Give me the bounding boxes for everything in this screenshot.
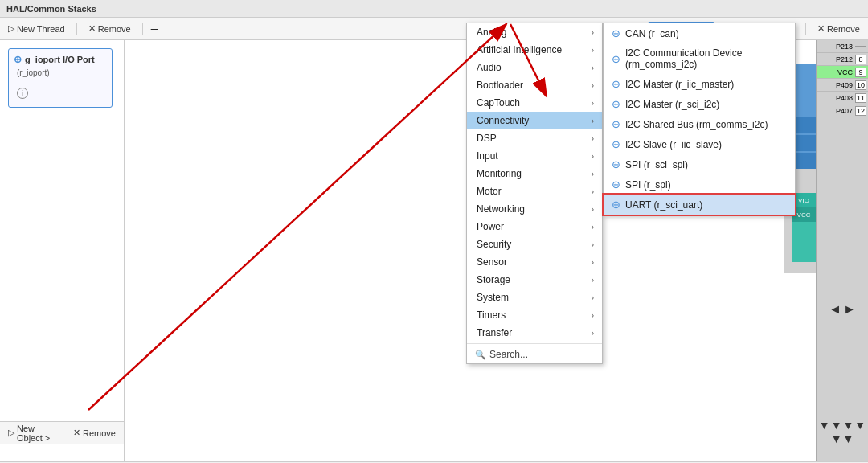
menu-item-security[interactable]: Security ›: [467, 236, 602, 253]
menu-item-sensor[interactable]: Sensor ›: [467, 253, 602, 271]
remove-obj-icon: ✕: [73, 428, 80, 438]
menu-item-captouch[interactable]: CapTouch ›: [467, 94, 602, 112]
arrow-icon: ›: [592, 187, 594, 196]
stack-card-header: ⊕ g_ioport I/O Port: [14, 54, 107, 65]
submenu-item-i2c-slave[interactable]: ⊕ I2C Slave (r_iic_slave): [604, 134, 795, 154]
pin-row-p212: P212 8: [817, 53, 868, 66]
pin-row-p407: P407 12: [817, 104, 868, 117]
separator-4: [805, 23, 806, 35]
menu-item-audio[interactable]: Audio ›: [467, 59, 602, 76]
submenu-item-can[interactable]: ⊕ CAN (r_can): [604, 23, 795, 43]
menu-item-monitoring[interactable]: Monitoring ›: [467, 165, 602, 182]
pin-num-p408: 11: [855, 93, 866, 103]
pin-num-p212: 8: [855, 55, 866, 64]
conn-icon-spi-sci: ⊕: [612, 158, 620, 170]
left-panel: ⊕ g_ioport I/O Port (r_ioport) i: [0, 40, 125, 461]
menu-item-bootloader[interactable]: Bootloader ›: [467, 76, 602, 94]
arrow-icon: ›: [592, 46, 594, 55]
right-arrow-icon[interactable]: ►: [843, 302, 856, 317]
pin-num-p407: 12: [855, 106, 866, 116]
remove-object-button[interactable]: ✕ Remove: [70, 426, 119, 440]
menu-item-connectivity[interactable]: Connectivity ›: [467, 112, 602, 129]
menu-item-ai[interactable]: Artificial Intelligence ›: [467, 41, 602, 59]
conn-icon-i2c-master-sci: ⊕: [612, 98, 620, 110]
new-thread-button[interactable]: ▷ New Thread: [5, 22, 68, 35]
object-toolbar: ▷ New Object > ✕ Remove: [0, 421, 125, 444]
menu-item-analog[interactable]: Analog ›: [467, 23, 602, 41]
pin-row-p409: P409 10: [817, 79, 868, 92]
arrow-icon: ›: [592, 152, 594, 161]
title-text: HAL/Common Stacks: [6, 4, 96, 14]
submenu-item-i2c-comms[interactable]: ⊕ I2C Communication Device (rm_comms_i2c…: [604, 43, 795, 74]
arrow-icon: ›: [592, 293, 594, 302]
search-menu-item[interactable]: 🔍 Search...: [467, 346, 602, 363]
down-arrow-5: ▼: [831, 432, 842, 445]
new-thread-icon: ▷: [8, 23, 14, 34]
pin-label-p408: P408: [818, 94, 855, 102]
remove-icon-2: ✕: [817, 23, 825, 34]
stack-card[interactable]: ⊕ g_ioport I/O Port (r_ioport) i: [8, 48, 113, 108]
submenu-item-spi-sci[interactable]: ⊕ SPI (r_sci_spi): [604, 154, 795, 174]
stack-card-subtitle: (r_ioport): [14, 68, 107, 77]
conn-icon-can: ⊕: [612, 27, 620, 39]
menu-item-motor[interactable]: Motor ›: [467, 182, 602, 200]
arrow-icon: ›: [592, 311, 594, 320]
connectivity-submenu: ⊕ CAN (r_can) ⊕ I2C Communication Device…: [603, 23, 796, 215]
separator-1: [76, 23, 77, 35]
teal-block-3: [792, 222, 816, 262]
bottom-nav-icons: ▼ ▼ ▼ ▼ ▼ ▼: [817, 419, 868, 445]
arrow-icon: ›: [592, 134, 594, 143]
conn-icon-i2c-slave: ⊕: [612, 138, 620, 150]
arrow-icon: ›: [592, 117, 594, 125]
conn-icon-i2c-master-iic: ⊕: [612, 78, 620, 90]
arrow-icon: ›: [592, 258, 594, 267]
conn-icon-i2c-shared: ⊕: [612, 118, 620, 130]
submenu-item-i2c-shared[interactable]: ⊕ I2C Shared Bus (rm_comms_i2c): [604, 114, 795, 134]
down-arrow-3: ▼: [843, 419, 854, 432]
pin-num-vcc: 9: [855, 68, 866, 77]
arrow-icon: ›: [592, 223, 594, 232]
arrow-icon: ›: [592, 205, 594, 214]
down-arrow-2: ▼: [831, 419, 842, 432]
new-object-button[interactable]: ▷ New Object >: [5, 422, 56, 445]
separator-2: [142, 23, 143, 35]
submenu-item-i2c-master-sci[interactable]: ⊕ I2C Master (r_sci_i2c): [604, 94, 795, 114]
pin-label-p407: P407: [818, 107, 855, 115]
pin-row-p408: P408 11: [817, 92, 868, 104]
pin-row-vcc: VCC 9: [817, 66, 868, 79]
menu-divider: [467, 343, 602, 344]
arrow-icon: ›: [592, 64, 594, 72]
pin-panel: P213 P212 8 VCC 9 P409 10 P408 11 P407 1…: [816, 40, 868, 461]
conn-icon-uart: ⊕: [612, 199, 620, 211]
submenu-item-uart[interactable]: ⊕ UART (r_sci_uart): [604, 195, 795, 215]
info-icon[interactable]: i: [17, 88, 28, 99]
arrow-icon: ›: [592, 28, 594, 37]
left-arrow-icon[interactable]: ◄: [829, 302, 841, 317]
pin-nav-arrows[interactable]: ◄ ►: [817, 302, 868, 317]
title-bar: HAL/Common Stacks: [0, 0, 868, 18]
menu-item-storage[interactable]: Storage ›: [467, 271, 602, 289]
remove-button-1[interactable]: ✕ Remove: [85, 22, 134, 35]
submenu-item-spi[interactable]: ⊕ SPI (r_spi): [604, 174, 795, 195]
menu-item-power[interactable]: Power ›: [467, 218, 602, 236]
arrow-icon: ›: [592, 240, 594, 249]
minimize-icon[interactable]: ─: [151, 23, 164, 35]
submenu-item-i2c-master-iic[interactable]: ⊕ I2C Master (r_iic_master): [604, 74, 795, 94]
down-arrow-6: ▼: [843, 432, 854, 445]
pin-label-p409: P409: [818, 81, 855, 89]
arrow-icon: ›: [592, 276, 594, 285]
menu-item-timers[interactable]: Timers ›: [467, 306, 602, 324]
menu-item-transfer[interactable]: Transfer ›: [467, 324, 602, 342]
remove-button-2[interactable]: ✕ Remove: [814, 22, 863, 35]
search-icon: 🔍: [475, 350, 486, 360]
remove-icon-1: ✕: [88, 23, 96, 34]
menu-item-networking[interactable]: Networking ›: [467, 200, 602, 218]
menu-item-system[interactable]: System ›: [467, 289, 602, 306]
menu-item-input[interactable]: Input ›: [467, 147, 602, 165]
menu-item-dsp[interactable]: DSP ›: [467, 129, 602, 147]
conn-icon-i2c-comms: ⊕: [612, 53, 620, 65]
pin-label-p213: P213: [818, 43, 855, 51]
dropdown-menu: Analog › Artificial Intelligence › Audio…: [466, 23, 603, 364]
arrow-icon: ›: [592, 81, 594, 90]
pin-row-p213: P213: [817, 40, 868, 53]
